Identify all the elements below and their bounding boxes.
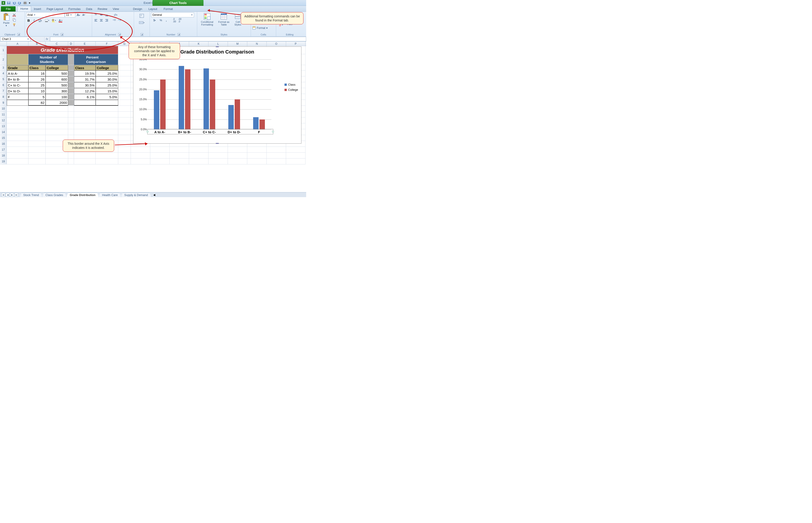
cell[interactable]: 600: [45, 76, 68, 82]
cell[interactable]: [96, 123, 118, 129]
cell[interactable]: [45, 159, 68, 164]
grow-font-icon[interactable]: A▴: [76, 13, 81, 17]
cell[interactable]: 10: [29, 88, 45, 94]
tab-data[interactable]: Data: [83, 6, 95, 12]
cell[interactable]: 25: [29, 82, 45, 88]
cell[interactable]: 5.0%: [96, 94, 118, 100]
sheet-tab[interactable]: Class Grades: [42, 193, 67, 197]
cell[interactable]: [7, 54, 29, 65]
x-axis-label[interactable]: F: [258, 130, 260, 134]
column-header[interactable]: E: [74, 41, 96, 46]
align-center-icon[interactable]: [99, 18, 104, 23]
fill-color-icon[interactable]: ▾: [51, 18, 57, 23]
column-header[interactable]: B: [29, 41, 45, 46]
excel-icon[interactable]: X: [1, 1, 6, 5]
column-header[interactable]: O: [267, 41, 286, 46]
cell[interactable]: 12.2%: [74, 88, 96, 94]
cell[interactable]: 6.1%: [74, 94, 96, 100]
cell[interactable]: 500: [45, 70, 68, 76]
sheet-tab[interactable]: Grade Distribution: [66, 193, 99, 197]
merge-center-icon[interactable]: ▾: [135, 19, 148, 26]
sheet-nav-next-icon[interactable]: ▶: [10, 193, 14, 197]
number-format-combo[interactable]: General▼: [151, 13, 194, 17]
cell[interactable]: [68, 76, 74, 82]
cell[interactable]: [118, 94, 131, 100]
row-header[interactable]: 17: [0, 147, 7, 152]
column-header[interactable]: F: [96, 41, 118, 46]
cell[interactable]: [7, 135, 29, 141]
font-dialog-launcher[interactable]: ◢: [61, 33, 63, 36]
cell[interactable]: [68, 70, 74, 76]
cell[interactable]: 500: [45, 82, 68, 88]
row-header[interactable]: 11: [0, 111, 7, 118]
format-cells-button[interactable]: Format ▾: [252, 25, 275, 31]
cell[interactable]: [228, 152, 247, 159]
cell[interactable]: [68, 152, 74, 159]
chart-object[interactable]: Grade Distribution Comparison Class Coll…: [133, 47, 301, 144]
cell[interactable]: F: [7, 94, 29, 100]
cell[interactable]: [118, 100, 131, 106]
column-header[interactable]: A: [7, 41, 29, 46]
align-right-icon[interactable]: [104, 18, 109, 23]
cell[interactable]: [228, 159, 247, 164]
tab-insert[interactable]: Insert: [31, 6, 44, 12]
font-size-combo[interactable]: 11▼: [65, 13, 75, 17]
tab-format[interactable]: Format: [160, 6, 176, 12]
cell[interactable]: [247, 147, 267, 152]
cell[interactable]: [118, 129, 131, 135]
chart-bar[interactable]: [253, 117, 259, 129]
column-header[interactable]: N: [247, 41, 267, 46]
cell[interactable]: [267, 159, 286, 164]
cell[interactable]: [45, 129, 68, 135]
x-axis-label[interactable]: D+ to D-: [228, 130, 241, 134]
sheet-tab[interactable]: Stock Trend: [20, 193, 42, 197]
cell[interactable]: 26: [29, 76, 45, 82]
chart-bar[interactable]: [260, 120, 265, 129]
cell[interactable]: [68, 100, 74, 106]
x-axis-label[interactable]: C+ to C-: [203, 130, 216, 134]
cell[interactable]: [189, 159, 208, 164]
cell[interactable]: [68, 82, 74, 88]
align-middle-icon[interactable]: [99, 13, 104, 17]
cell[interactable]: D+ to D-: [7, 88, 29, 94]
align-top-icon[interactable]: [93, 13, 98, 17]
tab-design[interactable]: Design: [130, 6, 145, 12]
row-header[interactable]: 19: [0, 159, 7, 164]
row-header[interactable]: 12: [0, 118, 7, 123]
format-painter-icon[interactable]: [12, 22, 17, 27]
sheet-nav-last-icon[interactable]: ⏭: [14, 193, 18, 197]
cell[interactable]: [131, 147, 150, 152]
cell[interactable]: [118, 70, 131, 76]
cell[interactable]: [7, 129, 29, 135]
tab-page-layout[interactable]: Page Layout: [44, 6, 65, 12]
cell[interactable]: [68, 88, 74, 94]
percent-format-icon[interactable]: %: [158, 18, 163, 23]
cell[interactable]: [96, 152, 118, 159]
cell[interactable]: 2000: [45, 100, 68, 106]
cell[interactable]: [74, 106, 96, 111]
chart-bar[interactable]: [228, 105, 234, 129]
cell[interactable]: [96, 106, 118, 111]
row-header[interactable]: 10: [0, 106, 7, 111]
cell[interactable]: [68, 94, 74, 100]
font-color-icon[interactable]: A▾: [57, 18, 64, 23]
cell[interactable]: 15.0%: [96, 88, 118, 94]
chart-bar[interactable]: [235, 100, 240, 129]
cell[interactable]: [131, 152, 150, 159]
cell[interactable]: [68, 159, 74, 164]
cell[interactable]: [7, 141, 29, 147]
cell[interactable]: Number ofStudents: [29, 54, 68, 65]
cell[interactable]: [29, 152, 45, 159]
tab-formulas[interactable]: Formulas: [65, 6, 83, 12]
cell[interactable]: [7, 123, 29, 129]
column-header[interactable]: C: [45, 41, 68, 46]
name-box[interactable]: Chart 3▼: [0, 37, 31, 41]
tab-home[interactable]: Home: [17, 6, 31, 12]
cell[interactable]: [74, 129, 96, 135]
undo-icon[interactable]: [12, 1, 17, 5]
chart-bar[interactable]: [210, 79, 215, 129]
cell[interactable]: [118, 82, 131, 88]
cut-icon[interactable]: [12, 13, 17, 17]
cell[interactable]: Class: [74, 65, 96, 70]
column-header[interactable]: D: [68, 41, 74, 46]
